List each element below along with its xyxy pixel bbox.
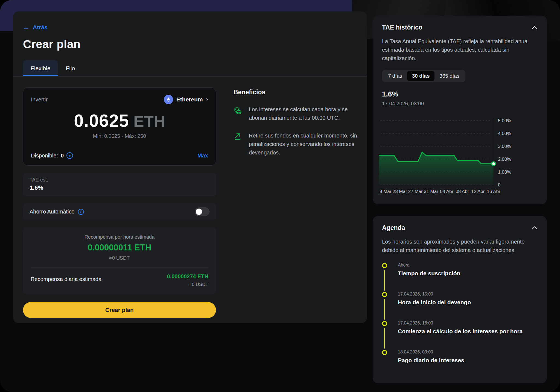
event-time: 17.04.2026, 16:00 xyxy=(398,321,538,326)
coins-icon xyxy=(234,105,242,122)
daily-reward-value: 0.00000274 ETH xyxy=(167,273,208,280)
event-title: Hora de inicio del devengo xyxy=(398,299,538,306)
benefit-item: Los intereses se calculan cada hora y se… xyxy=(234,105,357,122)
create-plan-panel: ← Atrás Crear plan Flexible Fijo Inverti… xyxy=(13,11,367,323)
divider xyxy=(31,268,208,268)
svg-text:08 Abr: 08 Abr xyxy=(456,189,469,194)
timeline-event: 18.04.2026, 03:00 Pago diario de interes… xyxy=(382,350,538,364)
collapse-button[interactable] xyxy=(532,226,538,230)
timeline-dot-icon xyxy=(382,263,387,268)
svg-text:31 Mar: 31 Mar xyxy=(424,189,438,194)
svg-text:5.00%: 5.00% xyxy=(498,118,511,123)
tae-current-value: 1.6% xyxy=(382,90,538,98)
range-segmented-control: 7 días 30 días 365 días xyxy=(382,70,465,82)
timeline-dot-icon xyxy=(382,350,387,355)
tae-estimate-card: TAE est. 1.6% xyxy=(23,173,216,196)
amount-input[interactable]: 0.0625 ETH xyxy=(31,111,208,131)
event-time: 17.04.2026, 15:00 xyxy=(398,292,538,297)
timeline-connector xyxy=(384,328,385,349)
timeline-connector xyxy=(384,270,385,291)
amount-value: 0.0625 xyxy=(74,111,129,131)
svg-text:1.00%: 1.00% xyxy=(498,169,511,175)
event-title: Tiempo de suscripción xyxy=(398,270,538,277)
hourly-reward-fiat: ≈0 USDT xyxy=(31,255,208,261)
invest-input-card: Invertir Ethereum › 0.0625 ETH M xyxy=(23,87,216,166)
page-title: Crear plan xyxy=(23,38,357,51)
svg-text:12 Abr: 12 Abr xyxy=(471,189,485,194)
add-funds-icon[interactable]: + xyxy=(66,152,73,159)
range-7d-button[interactable]: 7 días xyxy=(383,71,407,81)
svg-text:4.00%: 4.00% xyxy=(498,131,511,136)
svg-text:19 Mar: 19 Mar xyxy=(379,189,392,194)
benefit-text: Los intereses se calculan cada hora y se… xyxy=(249,105,357,122)
tae-estimate-value: 1.6% xyxy=(30,184,209,191)
ethereum-icon xyxy=(164,95,173,104)
available-label: Disponible: xyxy=(31,153,58,159)
daily-reward-label: Recompensa diaria estimada xyxy=(31,276,101,282)
back-arrow-icon: ← xyxy=(23,24,30,31)
event-title: Comienza el cálculo de los intereses por… xyxy=(398,328,538,335)
tae-history-description: La Tasa Anual Equivalente (TAE) refleja … xyxy=(382,37,538,63)
app-window: ← Atrás Crear plan Flexible Fijo Inverti… xyxy=(0,0,560,392)
timeline-dot-icon xyxy=(382,321,387,326)
event-time: 18.04.2026, 03:00 xyxy=(398,350,538,355)
available-value: 0 xyxy=(61,153,64,159)
daily-reward-fiat: ≈ 0 USDT xyxy=(167,282,208,287)
auto-save-card: Ahorro Automático i xyxy=(23,203,216,220)
auto-save-label: Ahorro Automático xyxy=(30,209,75,215)
tae-estimate-label: TAE est. xyxy=(30,177,209,183)
plan-type-tabs: Flexible Fijo xyxy=(13,60,367,77)
amount-range-hint: Min: 0.0625 - Máx: 250 xyxy=(31,133,208,139)
range-30d-button[interactable]: 30 días xyxy=(407,71,434,81)
tae-history-title: TAE histórico xyxy=(382,24,422,31)
svg-text:04 Abr: 04 Abr xyxy=(440,189,453,194)
tae-history-card: TAE histórico La Tasa Anual Equivalente … xyxy=(373,16,547,204)
benefit-text: Retire sus fondos en cualquier momento, … xyxy=(249,131,357,157)
withdraw-arrow-icon xyxy=(234,131,242,157)
asset-name: Ethereum xyxy=(176,96,203,103)
benefit-item: Retire sus fondos en cualquier momento, … xyxy=(234,131,357,157)
hourly-reward-value: 0.00000011 ETH xyxy=(31,243,208,253)
agenda-title: Agenda xyxy=(382,224,405,232)
chevron-up-icon xyxy=(532,26,538,30)
tae-current-timestamp: 17.04.2026, 03:00 xyxy=(382,101,538,107)
svg-text:2.00%: 2.00% xyxy=(498,157,511,162)
invest-label: Invertir xyxy=(31,96,48,103)
auto-save-toggle[interactable] xyxy=(195,207,209,216)
agenda-card: Agenda Los horarios son aproximados y pu… xyxy=(373,216,547,383)
tab-fijo[interactable]: Fijo xyxy=(58,60,83,76)
hourly-reward-label: Recompensa por hora estimada xyxy=(31,234,208,240)
agenda-timeline: Ahora Tiempo de suscripción 17.04.2026, … xyxy=(382,263,538,364)
collapse-button[interactable] xyxy=(532,26,538,30)
back-label: Atrás xyxy=(33,24,48,31)
amount-unit: ETH xyxy=(133,112,165,130)
timeline-connector xyxy=(384,299,385,320)
chevron-right-icon: › xyxy=(206,96,208,103)
rewards-card: Recompensa por hora estimada 0.00000011 … xyxy=(23,227,216,294)
timeline-event: 17.04.2026, 16:00 Comienza el cálculo de… xyxy=(382,321,538,350)
agenda-description: Los horarios son aproximados y pueden va… xyxy=(382,238,538,254)
timeline-event: 17.04.2026, 15:00 Hora de inicio del dev… xyxy=(382,292,538,321)
asset-selector[interactable]: Ethereum › xyxy=(164,95,208,104)
chevron-up-icon xyxy=(532,226,538,230)
svg-text:0: 0 xyxy=(498,182,500,188)
event-title: Pago diario de intereses xyxy=(398,357,538,364)
max-button[interactable]: Max xyxy=(197,153,208,159)
create-plan-button[interactable]: Crear plan xyxy=(23,302,216,318)
tab-flexible[interactable]: Flexible xyxy=(23,60,58,76)
svg-text:27 Mar: 27 Mar xyxy=(408,189,423,194)
svg-text:23 Mar: 23 Mar xyxy=(393,189,407,194)
timeline-event: Ahora Tiempo de suscripción xyxy=(382,263,538,292)
range-365d-button[interactable]: 365 días xyxy=(434,71,464,81)
benefits-title: Beneficios xyxy=(234,89,357,96)
timeline-dot-icon xyxy=(382,292,387,297)
svg-text:3.00%: 3.00% xyxy=(498,144,511,149)
tae-history-chart[interactable]: 5.00%4.00%3.00%2.00%1.00%019 Mar23 Mar27… xyxy=(379,113,538,196)
info-icon[interactable]: i xyxy=(78,209,84,215)
event-time: Ahora xyxy=(398,263,538,268)
svg-text:16 Abr: 16 Abr xyxy=(487,189,500,194)
back-button[interactable]: ← Atrás xyxy=(23,24,48,31)
